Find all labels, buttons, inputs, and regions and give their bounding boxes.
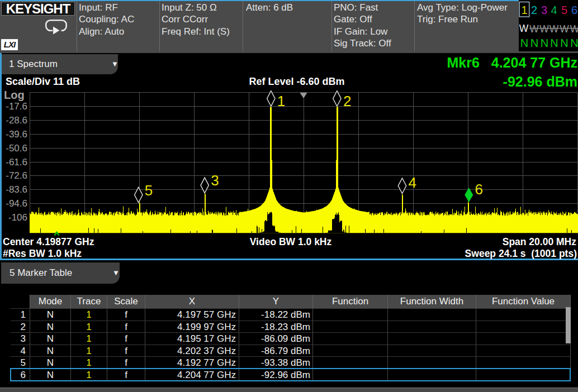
svg-text:N: N xyxy=(570,37,578,49)
svg-text:5: 5 xyxy=(561,4,567,16)
svg-text:Sweep 24.1 s (1001 pts): Sweep 24.1 s (1001 pts) xyxy=(465,248,577,259)
svg-text:2: 2 xyxy=(531,4,537,16)
svg-text:6: 6 xyxy=(475,181,483,198)
svg-text:W: W xyxy=(539,23,549,35)
svg-text:N: N xyxy=(530,37,538,49)
svg-text:Video BW 1.0 kHz: Video BW 1.0 kHz xyxy=(250,236,332,247)
svg-text:-39.6: -39.6 xyxy=(6,129,27,140)
svg-text:6: 6 xyxy=(571,4,577,16)
svg-text:-61.6: -61.6 xyxy=(6,157,27,168)
svg-text:-92.96 dBm: -92.96 dBm xyxy=(503,74,577,89)
svg-text:-106: -106 xyxy=(8,212,27,223)
svg-text:Log: Log xyxy=(4,89,25,101)
svg-text:W: W xyxy=(519,23,529,34)
svg-text:1: 1 xyxy=(277,93,285,109)
svg-text:4: 4 xyxy=(551,4,557,16)
svg-text:N: N xyxy=(541,37,548,49)
svg-text:Mkr6 4.204 77 GHz: Mkr6 4.204 77 GHz xyxy=(447,55,577,70)
svg-text:-72.6: -72.6 xyxy=(6,170,27,181)
svg-text:4: 4 xyxy=(409,174,416,191)
svg-text:3: 3 xyxy=(211,172,219,189)
svg-text:N: N xyxy=(560,37,568,49)
svg-text:-50.6: -50.6 xyxy=(6,143,27,154)
svg-text:W: W xyxy=(529,23,539,35)
svg-text:W: W xyxy=(549,23,559,35)
svg-text:1: 1 xyxy=(521,4,527,16)
svg-text:-28.6: -28.6 xyxy=(6,115,27,126)
svg-text:Ref Level -6.60 dBm: Ref Level -6.60 dBm xyxy=(249,76,344,87)
svg-text:Center 4.19877 GHz: Center 4.19877 GHz xyxy=(3,236,94,247)
svg-text:-83.6: -83.6 xyxy=(6,184,27,195)
svg-text:3: 3 xyxy=(541,4,547,16)
svg-text:-17.6: -17.6 xyxy=(6,101,27,112)
svg-text:2: 2 xyxy=(343,93,351,109)
svg-text:N: N xyxy=(550,37,558,49)
svg-text:-94.6: -94.6 xyxy=(6,198,27,209)
svg-text:#Res BW 1.0 kHz: #Res BW 1.0 kHz xyxy=(3,248,82,259)
svg-text:W: W xyxy=(560,23,569,35)
svg-text:Scale/Div 11 dB: Scale/Div 11 dB xyxy=(6,76,80,87)
svg-text:Span 20.00 MHz: Span 20.00 MHz xyxy=(503,236,577,247)
svg-text:N: N xyxy=(520,37,528,49)
svg-text:W: W xyxy=(570,23,578,35)
svg-text:5: 5 xyxy=(145,182,153,199)
